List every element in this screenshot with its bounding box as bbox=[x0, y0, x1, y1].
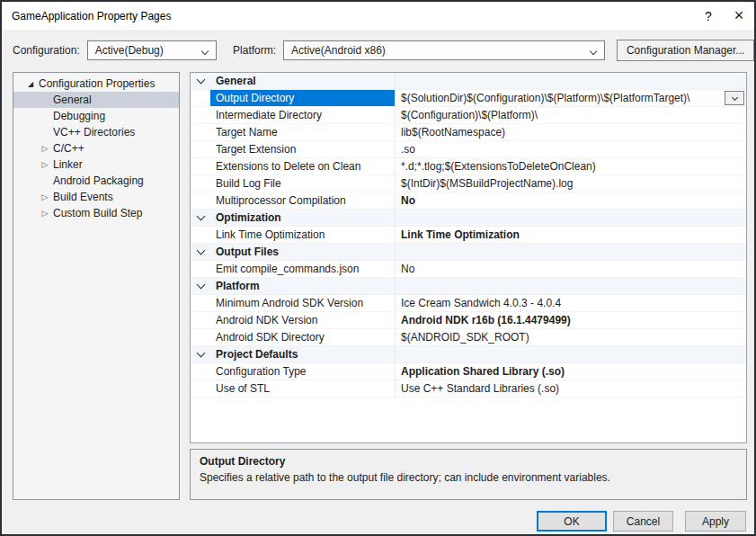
apply-button[interactable]: Apply bbox=[685, 511, 746, 532]
description-panel: Output Directory Specifies a relative pa… bbox=[190, 449, 747, 500]
property-value-text: Android NDK r16b (16.1.4479499) bbox=[401, 314, 571, 326]
section-row-platform[interactable]: Platform bbox=[191, 278, 746, 295]
property-name: Target Name bbox=[210, 124, 396, 140]
tree-item-build-events[interactable]: Build Events bbox=[13, 189, 179, 205]
configuration-manager-button[interactable]: Configuration Manager... bbox=[617, 40, 754, 61]
property-value[interactable]: *.d;*.tlog;$(ExtensionsToDeleteOnClean) bbox=[396, 158, 746, 174]
section-row-optimization[interactable]: Optimization bbox=[191, 210, 746, 227]
property-value[interactable]: lib$(RootNamespace) bbox=[396, 124, 746, 140]
property-value[interactable]: $(IntDir)$(MSBuildProjectName).log bbox=[396, 175, 746, 192]
close-button[interactable]: × bbox=[724, 2, 754, 30]
property-row-build-log-file[interactable]: Build Log File$(IntDir)$(MSBuildProjectN… bbox=[191, 175, 746, 192]
window-title: GameApplication Property Pages bbox=[2, 10, 171, 22]
section-title: Project Defaults bbox=[210, 346, 396, 362]
tree-collapsed-icon[interactable] bbox=[39, 192, 51, 201]
section-collapse-toggle[interactable] bbox=[191, 73, 210, 89]
ok-button-label: OK bbox=[564, 515, 579, 528]
tree-item-label: Custom Build Step bbox=[51, 207, 142, 219]
tree-collapsed-icon[interactable] bbox=[39, 144, 51, 153]
section-row-general[interactable]: General bbox=[191, 73, 746, 90]
chevron-down-icon bbox=[196, 349, 205, 358]
property-row-android-sdk-directory[interactable]: Android SDK Directory$(ANDROID_SDK_ROOT) bbox=[191, 329, 746, 346]
tree-collapsed-icon[interactable] bbox=[39, 160, 51, 169]
close-icon: × bbox=[734, 6, 744, 25]
property-value[interactable]: Android NDK r16b (16.1.4479499) bbox=[396, 312, 746, 328]
property-value[interactable]: .so bbox=[396, 141, 746, 157]
section-collapse-toggle[interactable] bbox=[191, 278, 210, 294]
tree-item-label: VC++ Directories bbox=[51, 126, 135, 138]
property-value-text: $(IntDir)$(MSBuildProjectName).log bbox=[401, 177, 573, 190]
tree-item-configuration-properties[interactable]: Configuration Properties bbox=[13, 76, 179, 92]
platform-dropdown[interactable]: Active(Android x86) bbox=[283, 40, 605, 60]
property-row-target-extension[interactable]: Target Extension.so bbox=[191, 141, 746, 158]
tree-item-custom-build-step[interactable]: Custom Build Step bbox=[13, 205, 179, 221]
section-title: Platform bbox=[210, 278, 396, 294]
property-name: Multiprocessor Compilation bbox=[210, 192, 396, 209]
chevron-down-icon bbox=[196, 246, 205, 255]
property-row-link-time-optimization[interactable]: Link Time OptimizationLink Time Optimiza… bbox=[191, 227, 746, 244]
property-pages-dialog: GameApplication Property Pages ? × Confi… bbox=[0, 0, 756, 536]
help-button[interactable]: ? bbox=[693, 2, 724, 30]
section-collapse-toggle[interactable] bbox=[191, 346, 210, 362]
property-row-extensions-to-delete-on-clean[interactable]: Extensions to Delete on Clean*.d;*.tlog;… bbox=[191, 158, 746, 175]
titlebar-buttons: ? × bbox=[693, 2, 754, 30]
tree-item-debugging[interactable]: Debugging bbox=[13, 108, 179, 124]
property-value[interactable]: No bbox=[396, 192, 746, 209]
property-name: Use of STL bbox=[210, 380, 396, 397]
property-row-target-name[interactable]: Target Namelib$(RootNamespace) bbox=[191, 124, 746, 141]
property-value-text: No bbox=[401, 194, 415, 207]
section-collapse-toggle[interactable] bbox=[191, 210, 210, 226]
row-indent bbox=[191, 261, 210, 277]
property-value[interactable]: Ice Cream Sandwich 4.0.3 - 4.0.4 bbox=[396, 295, 746, 311]
property-value-text: *.d;*.tlog;$(ExtensionsToDeleteOnClean) bbox=[401, 160, 596, 173]
tree-item-linker[interactable]: Linker bbox=[13, 156, 179, 173]
section-row-output-files[interactable]: Output Files bbox=[191, 244, 746, 261]
property-name: Minimum Android SDK Version bbox=[210, 295, 396, 311]
row-indent bbox=[191, 295, 210, 311]
property-name: Extensions to Delete on Clean bbox=[210, 158, 396, 174]
property-value[interactable]: $(ANDROID_SDK_ROOT) bbox=[396, 329, 746, 345]
tree-item-android-packaging[interactable]: Android Packaging bbox=[13, 173, 179, 189]
configuration-dropdown[interactable]: Active(Debug) bbox=[87, 40, 217, 60]
property-value[interactable]: $(SolutionDir)$(Configuration)\$(Platfor… bbox=[396, 90, 746, 106]
configuration-bar: Configuration: Active(Debug) Platform: A… bbox=[2, 30, 754, 70]
tree-item-vc-directories[interactable]: VC++ Directories bbox=[13, 124, 179, 140]
property-value[interactable]: Link Time Optimization bbox=[396, 227, 746, 243]
property-row-configuration-type[interactable]: Configuration TypeApplication Shared Lib… bbox=[191, 363, 746, 380]
configuration-dropdown-value: Active(Debug) bbox=[95, 44, 164, 57]
cancel-button[interactable]: Cancel bbox=[613, 511, 673, 532]
property-row-minimum-android-sdk-version[interactable]: Minimum Android SDK VersionIce Cream San… bbox=[191, 295, 746, 312]
property-value[interactable]: Application Shared Library (.so) bbox=[396, 363, 746, 380]
tree-item-general[interactable]: General bbox=[13, 92, 179, 108]
title-bar: GameApplication Property Pages ? × bbox=[2, 2, 754, 30]
property-value[interactable]: No bbox=[396, 261, 746, 277]
section-title: General bbox=[210, 73, 396, 89]
tree-item-label: Build Events bbox=[51, 191, 113, 203]
tree-item-label: C/C++ bbox=[51, 142, 84, 155]
property-row-emit-compile-commands-json[interactable]: Emit compile_commands.jsonNo bbox=[191, 261, 746, 278]
tree-expanded-icon[interactable] bbox=[24, 80, 37, 88]
property-value[interactable]: $(Configuration)\$(Platform)\ bbox=[396, 107, 746, 123]
property-row-multiprocessor-compilation[interactable]: Multiprocessor CompilationNo bbox=[191, 192, 746, 210]
configuration-manager-label: Configuration Manager... bbox=[627, 44, 744, 57]
cancel-button-label: Cancel bbox=[627, 515, 660, 528]
property-value[interactable]: Use C++ Standard Libraries (.so) bbox=[396, 380, 746, 397]
tree-item-c-c[interactable]: C/C++ bbox=[13, 140, 179, 156]
section-row-project-defaults[interactable]: Project Defaults bbox=[191, 346, 746, 363]
property-name: Build Log File bbox=[210, 175, 396, 192]
property-row-use-of-stl[interactable]: Use of STLUse C++ Standard Libraries (.s… bbox=[191, 380, 746, 398]
section-collapse-toggle[interactable] bbox=[191, 244, 210, 260]
platform-label: Platform: bbox=[233, 44, 276, 57]
property-row-output-directory[interactable]: Output Directory$(SolutionDir)$(Configur… bbox=[191, 90, 746, 107]
property-row-android-ndk-version[interactable]: Android NDK VersionAndroid NDK r16b (16.… bbox=[191, 312, 746, 329]
property-name: Android SDK Directory bbox=[210, 329, 396, 345]
row-indent bbox=[191, 124, 210, 140]
section-spacer bbox=[396, 278, 746, 294]
chevron-down-icon bbox=[196, 76, 205, 85]
section-spacer bbox=[396, 210, 746, 226]
tree-collapsed-icon[interactable] bbox=[39, 209, 51, 218]
ok-button[interactable]: OK bbox=[537, 511, 607, 532]
value-dropdown-button[interactable] bbox=[725, 91, 744, 105]
row-indent bbox=[191, 192, 210, 209]
property-row-intermediate-directory[interactable]: Intermediate Directory$(Configuration)\$… bbox=[191, 107, 746, 124]
